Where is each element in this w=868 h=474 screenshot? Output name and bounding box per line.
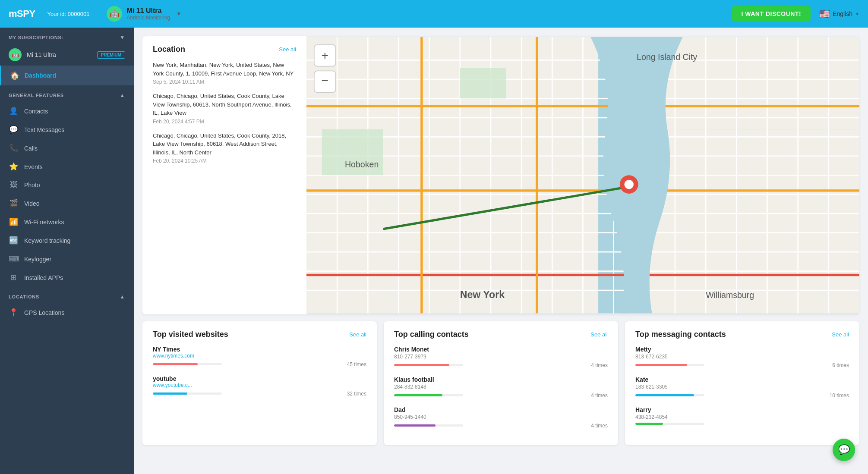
site-name: youtube [153,375,366,382]
websites-see-all[interactable]: See all [349,331,366,338]
svg-text:New York: New York [460,289,505,300]
msg-contact-times: 6 times [832,362,849,368]
location-nav-icon: 📍 [9,308,18,317]
premium-badge: PREMIUM [97,51,125,59]
msg-contact-name: Kate [635,376,849,383]
contact-times: 4 times [591,362,608,368]
contact-times: 4 times [591,423,608,429]
bar-fill [394,394,442,396]
location-entry: Chicago, Chicago, United States, Cook Co… [153,92,296,125]
subscriptions-header: MY SUBSCRIPTIONS: ▼ [0,28,134,44]
calling-entry: Klaus football 284-832-8148 4 times [394,376,608,399]
main-layout: MY SUBSCRIPTIONS: ▼ 🤖 Mi 11 Ultra PREMIU… [0,28,868,474]
websites-title: Top visited websites [153,330,228,339]
sidebar-device-item[interactable]: 🤖 Mi 11 Ultra PREMIUM [0,44,134,66]
bar-fill [635,394,694,396]
sidebar-item-installed-apps[interactable]: ⊞Installed APPs [0,268,134,287]
locations-label: LOCATIONS [9,294,39,299]
location-see-all[interactable]: See all [279,46,296,53]
sidebar-item-photo[interactable]: 🖼Photo [0,176,134,194]
header-device-info: Mi 11 Ultra Android Monitoring [126,7,170,21]
nav-label: Photo [24,182,40,188]
location-entry-text: Chicago, Chicago, United States, Cook Co… [153,132,296,157]
general-features-chevron-icon[interactable]: ▲ [120,92,125,98]
user-id: Your id: 0000001 [47,11,90,17]
top-calling-card: Top calling contacts See all Chris Monet… [384,321,618,445]
nav-icon: 📶 [9,217,18,226]
fab-icon: 💬 [838,444,850,455]
dashboard-item[interactable]: 🏠 Dashboard [0,66,134,85]
contact-phone: 850-945-1440 [394,414,608,420]
bar-track [153,392,222,395]
contact-bar-row: 4 times [394,362,608,368]
messaging-entry: Harry 438-232-4854 [635,406,849,425]
bar-fill [635,364,687,366]
bar-fill [153,392,187,395]
calling-entry: Dad 850-945-1440 4 times [394,406,608,429]
site-url[interactable]: www.youtube.c... [153,382,366,388]
website-entry: youtube www.youtube.c... 32 times [153,375,366,397]
dashboard-label: Dashboard [25,72,56,79]
sidebar: MY SUBSCRIPTIONS: ▼ 🤖 Mi 11 Ultra PREMIU… [0,28,134,474]
messaging-entries: Metty 813-672-6235 6 times Kate 183-621-… [635,346,849,425]
website-entry: NY Times www.nytimes.com 45 times [153,346,366,367]
sidebar-item-gps[interactable]: 📍GPS Locations [0,303,134,322]
sidebar-item-video[interactable]: 🎬Video [0,194,134,213]
location-entry: New York, Manhattan, New York, United St… [153,61,296,85]
location-entry-time: Sep 5, 2024 10:11 AM [153,79,296,85]
sidebar-item-keyword-tracking[interactable]: 🔤Keyword tracking [0,231,134,250]
nav-icon: ⭐ [9,162,18,171]
sidebar-item-wi-fi-networks[interactable]: 📶Wi-Fi networks [0,213,134,231]
device-dropdown-icon[interactable]: ▼ [176,11,181,17]
site-url[interactable]: www.nytimes.com [153,353,366,359]
sidebar-item-text-messages[interactable]: 💬Text Messages [0,120,134,139]
fab-button[interactable]: 💬 [833,439,855,461]
location-card-header: Location See all [153,45,296,54]
logo: mSPY [9,8,35,19]
msg-bar-row [635,423,849,425]
sidebar-device-name: Mi 11 Ultra [27,51,92,58]
location-entry-time: Feb 20, 2024 4:57 PM [153,119,296,125]
discount-button[interactable]: I WANT DISCOUNT! [732,6,811,22]
sidebar-item-events[interactable]: ⭐Events [0,157,134,176]
nav-icon: 💬 [9,125,18,134]
bar-fill [635,423,663,425]
msg-contact-name: Metty [635,346,849,353]
locations-chevron-icon[interactable]: ▲ [120,294,125,300]
messaging-see-all[interactable]: See all [832,331,849,338]
calling-title: Top calling contacts [394,330,469,339]
location-entries: New York, Manhattan, New York, United St… [153,61,296,164]
calling-see-all[interactable]: See all [590,331,608,338]
svg-text:Williamsburg: Williamsburg [706,290,754,300]
sidebar-item-contacts[interactable]: 👤Contacts [0,102,134,120]
calling-entries: Chris Monet 810-277-3979 4 times Klaus f… [394,346,608,429]
bar-fill [394,424,436,427]
contact-phone: 810-277-3979 [394,354,608,360]
sidebar-item-keylogger[interactable]: ⌨Keylogger [0,250,134,268]
location-entry-text: Chicago, Chicago, United States, Cook Co… [153,92,296,117]
nav-icon: ⌨ [9,254,18,264]
general-features-header: GENERAL FEATURES ▲ [0,85,134,102]
bar-track [635,364,704,366]
location-entry: Chicago, Chicago, United States, Cook Co… [153,132,296,164]
nav-icon: ⊞ [9,273,18,282]
map-area: Hoboken Long Island City New York Willia… [306,36,859,314]
nav-icon: 🎬 [9,199,18,208]
location-nav-container: 📍GPS Locations [0,303,134,322]
bar-track [394,364,463,366]
location-nav-label: GPS Locations [24,309,64,316]
sidebar-android-icon: 🤖 [9,48,22,61]
contact-bar-row: 4 times [394,392,608,399]
nav-items-container: 👤Contacts💬Text Messages📞Calls⭐Events🖼Pho… [0,102,134,287]
sidebar-item-calls[interactable]: 📞Calls [0,139,134,157]
nav-label: Keylogger [24,256,51,263]
contact-phone: 284-832-8148 [394,384,608,390]
nav-label: Video [24,200,40,207]
language-selector[interactable]: 🇺🇸 English ▼ [819,9,859,19]
nav-icon: 🔤 [9,236,18,245]
location-info: Location See all New York, Manhattan, Ne… [142,36,306,314]
general-features-label: GENERAL FEATURES [9,93,64,98]
subscriptions-chevron-icon[interactable]: ▼ [120,35,125,41]
contact-name: Klaus football [394,376,608,383]
svg-rect-40 [460,68,506,98]
